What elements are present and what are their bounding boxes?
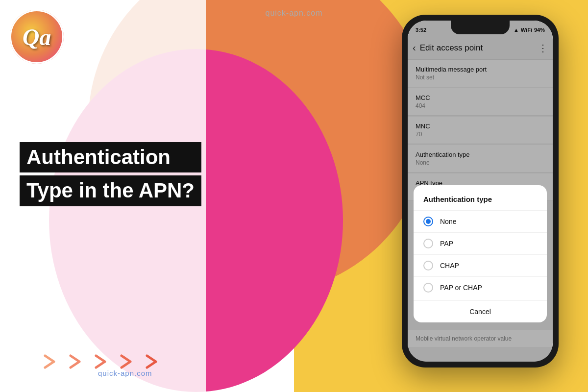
- dialog-box: Authentication type None PAP: [414, 185, 547, 322]
- dialog-option-label-pap-or-chap: PAP or CHAP: [440, 284, 482, 292]
- chevron-4: [116, 351, 137, 372]
- dialog-option-label-pap: PAP: [440, 240, 453, 247]
- dialog-option-chap[interactable]: CHAP: [414, 254, 547, 276]
- logo-border: [10, 10, 64, 64]
- chevron-2: [65, 351, 86, 372]
- heading-line-2: Type in the APN?: [20, 175, 201, 206]
- phone-screen: 3:52 ▲ WiFi 94% ‹ Edit access point ⋮ Mu…: [408, 21, 553, 362]
- radio-pap-or-chap[interactable]: [423, 283, 433, 293]
- dialog-overlay: Authentication type None PAP: [408, 21, 553, 362]
- dialog-option-label-chap: CHAP: [440, 262, 459, 270]
- watermark-top: quick-apn.com: [265, 9, 322, 18]
- chevrons-container: [39, 351, 163, 372]
- heading-line-1: Authentication: [20, 142, 201, 172]
- chevron-3: [90, 351, 112, 372]
- chevron-1: [39, 351, 61, 372]
- dialog-option-pap[interactable]: PAP: [414, 232, 547, 254]
- dialog-option-label-none: None: [440, 218, 456, 225]
- radio-chap[interactable]: [423, 261, 433, 270]
- phone-mockup: 3:52 ▲ WiFi 94% ‹ Edit access point ⋮ Mu…: [402, 15, 559, 368]
- radio-pap[interactable]: [423, 239, 433, 248]
- radio-none[interactable]: [423, 217, 433, 226]
- dialog-title: Authentication type: [414, 195, 547, 210]
- phone-notch: [451, 21, 510, 34]
- phone-outer: 3:52 ▲ WiFi 94% ‹ Edit access point ⋮ Mu…: [402, 15, 559, 368]
- dialog-option-none[interactable]: None: [414, 210, 547, 232]
- radio-inner-none: [426, 219, 431, 224]
- cancel-button[interactable]: Cancel: [414, 300, 547, 322]
- main-heading: Authentication Type in the APN?: [20, 142, 201, 209]
- dialog-option-pap-or-chap[interactable]: PAP or CHAP: [414, 276, 547, 298]
- chevron-5: [141, 351, 163, 372]
